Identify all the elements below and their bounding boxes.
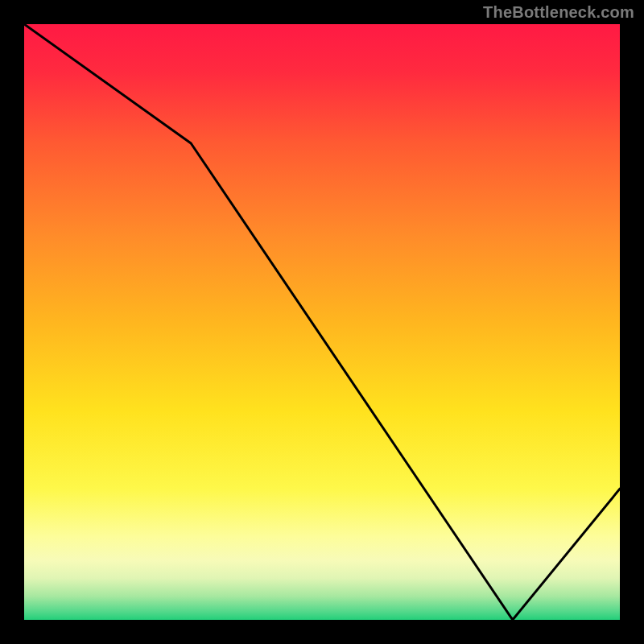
chart-svg: [24, 24, 620, 620]
plot-area: [24, 24, 620, 620]
chart-root: { "attribution": "TheBottleneck.com", "c…: [0, 0, 644, 644]
gradient-background: [24, 24, 620, 620]
attribution-text: TheBottleneck.com: [483, 3, 634, 22]
